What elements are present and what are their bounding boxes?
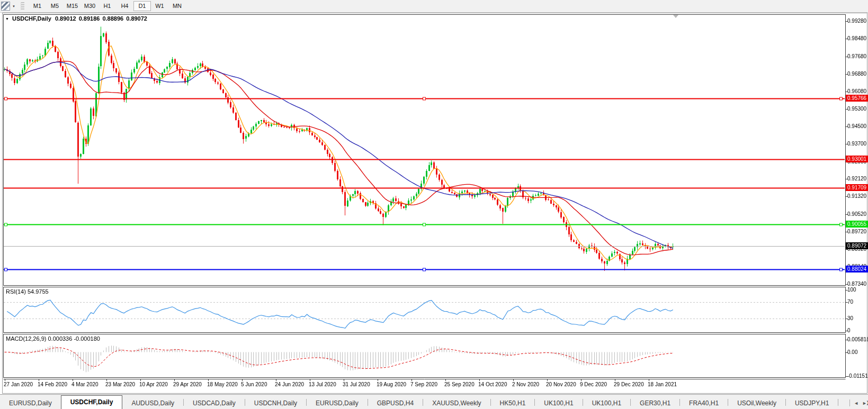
date-axis-label: 18 Jan 2021 xyxy=(648,381,677,387)
rsi-axis-label: 70 xyxy=(847,299,853,305)
mt4-terminal-window: ▼ M1M5M15M30H1H4D1W1MN ▼ USDCHF,Daily 0.… xyxy=(0,0,868,409)
date-axis-label: 14 Feb 2020 xyxy=(38,381,67,387)
rsi-axis-label: 100 xyxy=(847,287,856,293)
date-axis-label: 23 Mar 2020 xyxy=(105,381,135,387)
date-axis-label: 27 Jan 2020 xyxy=(4,381,33,387)
timeframe-button-h4[interactable]: H4 xyxy=(116,1,133,11)
hline-price-badge: 0.95766 xyxy=(846,95,868,102)
chart-tool-icon xyxy=(1,2,10,11)
date-axis-label: 13 Jul 2020 xyxy=(309,381,336,387)
timeframe-button-m5[interactable]: M5 xyxy=(46,1,64,11)
chart-shift-marker-icon[interactable] xyxy=(673,15,678,18)
chart-tabs-bar: EURUSD,DailyUSDCHF,DailyAUDUSD,DailyUSDC… xyxy=(0,394,868,409)
chart-tab-eurusd-daily[interactable]: EURUSD,Daily xyxy=(307,397,368,409)
timeframe-toolbar: ▼ M1M5M15M30H1H4D1W1MN xyxy=(0,0,868,13)
chart-tab-uk100-h1[interactable]: UK100,H1 xyxy=(583,397,630,409)
chart-tool-button[interactable]: ▼ xyxy=(1,2,15,11)
date-axis-label: 31 Jul 2020 xyxy=(343,381,370,387)
hline-price-badge: 0.93001 xyxy=(846,156,868,162)
macd-indicator-label: MACD(12,26,9) 0.000336 -0.000180 xyxy=(6,335,100,342)
price-axis-label: 0.96080 xyxy=(847,88,866,94)
macd-axis-label: -0.011514 xyxy=(847,373,868,379)
date-axis-label: 25 Sep 2020 xyxy=(444,381,475,387)
price-axis-label: 0.99280 xyxy=(847,18,866,24)
price-chart-canvas[interactable] xyxy=(0,0,868,409)
chart-tabs: EURUSD,DailyUSDCHF,DailyAUDUSD,DailyUSDC… xyxy=(0,395,868,409)
tab-scroll-buttons: ◄ ► xyxy=(846,399,867,406)
hline-price-badge: 0.91709 xyxy=(846,184,868,191)
chart-tab-fra40-h1[interactable]: FRA40,H1 xyxy=(680,397,728,409)
chart-tab-ger30-h1[interactable]: GER30,H1 xyxy=(631,397,679,409)
date-axis-label: 2 Nov 2020 xyxy=(512,381,539,387)
chart-tab-usdjpy-h1[interactable]: USDJPY,H1 xyxy=(786,397,838,409)
rsi-axis-label: 0 xyxy=(847,328,851,333)
timeframe-button-m30[interactable]: M30 xyxy=(81,1,99,11)
date-axis-label: 20 Nov 2020 xyxy=(546,381,576,387)
chart-title: ▼ USDCHF,Daily 0.89012 0.89186 0.88896 0… xyxy=(5,15,147,22)
current-price-badge: 0.89072 xyxy=(846,242,868,249)
date-axis-label: 29 Apr 2020 xyxy=(173,381,202,387)
chart-tab-usdcad-daily[interactable]: USDCAD,Daily xyxy=(184,397,245,409)
price-axis-label: 0.90520 xyxy=(847,211,866,217)
timeframe-button-d1[interactable]: D1 xyxy=(133,1,151,11)
date-axis-label: 9 Dec 2020 xyxy=(580,381,607,387)
price-axis-label: 0.91320 xyxy=(847,193,866,199)
date-axis-label: 19 Aug 2020 xyxy=(377,381,406,387)
price-axis-label: 0.95300 xyxy=(847,106,866,112)
chart-tab-gbpusd-h4[interactable]: GBPUSD,H4 xyxy=(368,397,423,409)
chart-tab-hk50-h1[interactable]: HK50,H1 xyxy=(491,397,535,409)
hline-price-badge: 0.90055 xyxy=(846,221,868,228)
chart-tab-eurusd-daily[interactable]: EURUSD,Daily xyxy=(0,397,61,409)
price-axis-label: 0.96880 xyxy=(847,71,866,77)
dropdown-caret-icon: ▼ xyxy=(12,5,15,8)
price-axis-label: 0.93700 xyxy=(847,141,866,147)
ohlc-low: 0.88896 xyxy=(102,15,123,22)
date-axis-label: 29 Dec 2020 xyxy=(614,381,644,387)
price-axis-label: 0.87340 xyxy=(847,281,866,287)
rsi-indicator-label: RSI(14) 54.9755 xyxy=(6,288,49,295)
timeframe-buttons: M1M5M15M30H1H4D1W1MN xyxy=(29,1,186,11)
timeframe-button-w1[interactable]: W1 xyxy=(151,1,168,11)
ohlc-open: 0.89012 xyxy=(55,15,76,22)
price-axis-label: 0.97680 xyxy=(847,53,866,59)
tabs-scroll-right-icon[interactable]: ► xyxy=(862,401,867,406)
price-axis-label: 0.89720 xyxy=(847,229,866,234)
date-axis-label: 10 Apr 2020 xyxy=(139,381,168,387)
timeframe-button-m1[interactable]: M1 xyxy=(29,1,46,11)
date-axis-label: 7 Sep 2020 xyxy=(410,381,437,387)
hline-price-badge: 0.88024 xyxy=(846,266,868,272)
symbol-collapse-icon[interactable]: ▼ xyxy=(5,17,9,21)
date-axis-label: 4 Mar 2020 xyxy=(71,381,99,387)
macd-axis-label: 0.005818 xyxy=(847,337,868,342)
chart-tab-audusd-daily[interactable]: AUDUSD,Daily xyxy=(122,397,183,409)
chart-tab-xauusd-weekly[interactable]: XAUUSD,Weekly xyxy=(423,397,490,409)
date-axis-label: 18 May 2020 xyxy=(207,381,238,387)
toolbar-grip[interactable] xyxy=(21,2,24,10)
date-axis-label: 24 Jun 2020 xyxy=(275,381,304,387)
macd-axis-label: 0.00 xyxy=(847,349,857,355)
rsi-axis-label: 30 xyxy=(847,315,853,321)
chart-tab-uk100-h1[interactable]: UK100,H1 xyxy=(535,397,582,409)
price-axis-label: 0.94500 xyxy=(847,123,866,129)
date-axis-label: 14 Oct 2020 xyxy=(478,381,507,387)
price-axis-label: 0.92120 xyxy=(847,176,866,181)
ohlc-close: 0.89072 xyxy=(126,15,147,22)
date-axis-label: 5 Jun 2020 xyxy=(241,381,267,387)
chart-tab-usdcnh-daily[interactable]: USDCNH,Daily xyxy=(245,397,306,409)
timeframe-button-h1[interactable]: H1 xyxy=(99,1,116,11)
chart-tab-usdchf-daily[interactable]: USDCHF,Daily xyxy=(61,395,123,409)
price-axis-label: 0.98480 xyxy=(847,35,866,41)
ohlc-high: 0.89186 xyxy=(79,15,100,22)
tabs-scroll-left-icon[interactable]: ◄ xyxy=(854,401,858,406)
timeframe-button-m15[interactable]: M15 xyxy=(64,1,81,11)
tab-separator xyxy=(849,399,850,406)
timeframe-button-mn[interactable]: MN xyxy=(168,1,186,11)
chart-tab-usoil-weekly[interactable]: USOil,Weekly xyxy=(728,397,785,409)
chart-symbol-label: USDCHF,Daily xyxy=(12,15,51,22)
